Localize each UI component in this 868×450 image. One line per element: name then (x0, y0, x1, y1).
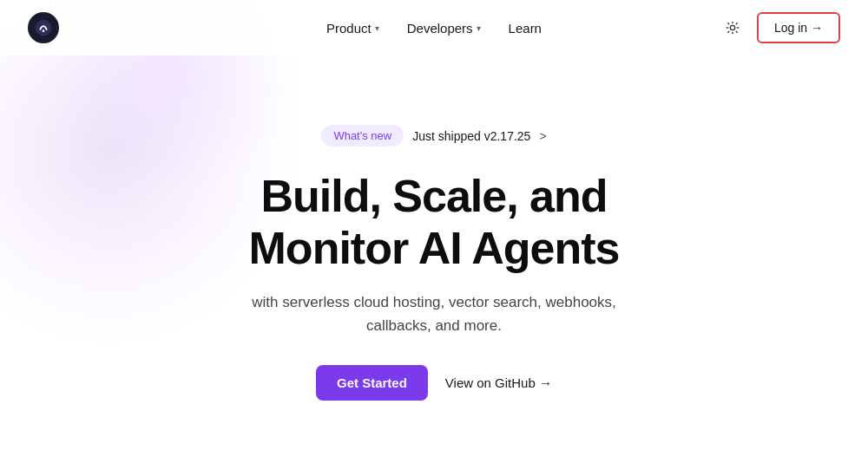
nav-product-label: Product (326, 21, 372, 36)
nav-item-product[interactable]: Product ▾ (326, 21, 379, 36)
hero-subtitle: with serverless cloud hosting, vector se… (252, 290, 616, 337)
nav-item-learn[interactable]: Learn (509, 21, 542, 36)
navbar-center: Product ▾ Developers ▾ Learn (326, 21, 542, 36)
badge-arrow: > (539, 129, 546, 143)
svg-line-6 (736, 31, 737, 32)
nav-developers-chevron: ▾ (477, 23, 481, 33)
hero-title: Build, Scale, and Monitor AI Agents (249, 171, 620, 275)
navbar-left (28, 12, 59, 43)
logo[interactable] (28, 12, 59, 43)
nav-item-developers[interactable]: Developers ▾ (407, 21, 481, 36)
svg-line-5 (728, 23, 729, 24)
hero-title-line1: Build, Scale, and (260, 171, 607, 221)
nav-developers-label: Developers (407, 21, 473, 36)
get-started-button[interactable]: Get Started (316, 365, 428, 401)
svg-line-9 (728, 31, 729, 32)
whats-new-badge: What's new Just shipped v2.17.25 > (321, 125, 546, 147)
nav-learn-label: Learn (509, 21, 542, 36)
nav-product-chevron: ▾ (375, 23, 379, 33)
svg-point-0 (36, 20, 51, 36)
navbar-right: Log in → (719, 12, 840, 43)
theme-toggle-button[interactable] (719, 14, 746, 42)
svg-point-2 (730, 25, 734, 29)
navbar: Product ▾ Developers ▾ Learn Log in (0, 0, 868, 55)
github-link[interactable]: View on GitHub → (445, 375, 552, 390)
hero-actions: Get Started View on GitHub → (316, 365, 552, 401)
svg-point-1 (43, 29, 45, 32)
hero-section: What's new Just shipped v2.17.25 > Build… (0, 55, 868, 401)
hero-title-line2: Monitor AI Agents (249, 223, 620, 273)
login-button[interactable]: Log in → (757, 12, 840, 43)
badge-pill: What's new (321, 125, 404, 147)
svg-line-10 (736, 23, 737, 24)
badge-text: Just shipped v2.17.25 (412, 129, 530, 143)
